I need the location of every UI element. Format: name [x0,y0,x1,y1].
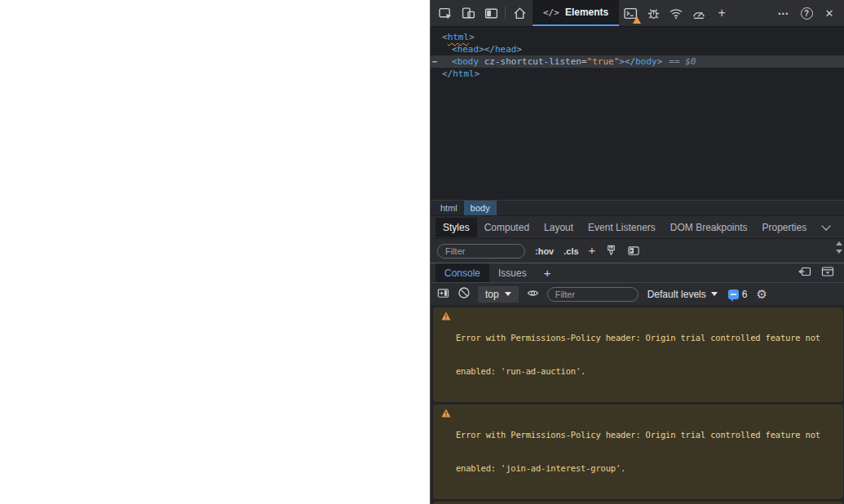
dom-node-html-open[interactable]: <html> [431,31,844,43]
bracket: </ [484,44,495,55]
breadcrumb-html[interactable]: html [434,201,464,215]
selected-node-hint: == $0 [662,56,696,67]
tag-html-close: html [453,69,475,79]
levels-label: Default levels [647,289,706,300]
element-classes-toggle[interactable]: .cls [563,246,578,256]
bug-icon[interactable] [642,0,665,26]
warning-line1: Error with Permissions-Policy header: Or… [456,430,820,441]
console-messages-area: Error with Permissions-Policy header: Or… [431,305,844,504]
more-options-icon[interactable]: ⋯ [772,0,795,26]
console-tool-icon[interactable] [619,0,642,26]
close-devtools-icon[interactable]: ✕ [818,0,841,26]
brush-icon[interactable] [605,245,617,257]
browser-page-content [0,0,430,504]
tab-elements[interactable]: </> Elements [532,0,619,26]
scroll-up-icon[interactable] [836,241,842,245]
tag-head-close: head [495,44,517,55]
bracket: > [517,44,523,55]
elements-tab-label: Elements [565,7,608,18]
console-filter-input[interactable] [547,287,639,302]
caret-down-icon [711,292,718,296]
dom-node-body-selected[interactable]: ⋯<body cz-shortcut-listen="true"></body>… [431,55,844,68]
devtools-toolbar: </> Elements [431,0,844,27]
elements-tree: <html> <head></head> ⋯<body cz-shortcut-… [431,27,844,200]
issues-message-count[interactable]: 6 [728,289,748,300]
bracket: </ [442,69,453,79]
devtools-panel: </> Elements [430,0,844,504]
device-emulation-icon[interactable] [457,0,479,26]
console-sidebar-toggle-icon[interactable] [436,287,450,302]
drawer-tab-bar: Console Issues + [431,263,844,282]
tab-dom-breakpoints[interactable]: DOM Breakpoints [663,218,755,237]
dom-node-head[interactable]: <head></head> [431,43,844,55]
console-warning-row[interactable]: Error with Permissions-Policy header: Or… [433,307,843,402]
live-expression-eye-icon[interactable] [526,287,540,302]
styles-scrollbar[interactable] [835,241,843,254]
tab-properties[interactable]: Properties [755,218,815,237]
bracket: < [452,56,457,67]
log-levels-dropdown[interactable]: Default levels [647,289,718,300]
tag-body-close: body [635,56,657,67]
dock-drawer-icon[interactable] [798,266,811,280]
message-bubble-icon [728,290,739,299]
code-icon: </> [543,7,559,18]
tab-issues[interactable]: Issues [489,263,536,282]
pseudo-state-toggle[interactable]: :hov [535,246,554,256]
attr-equals: = [581,56,587,67]
plus-icon: + [718,6,726,20]
bracket: > [469,32,475,42]
help-icon[interactable]: ? [795,0,818,26]
bracket: > [619,56,625,67]
dom-node-html-close[interactable]: </html> [431,68,844,80]
context-label: top [485,289,499,300]
bracket: > [479,44,484,55]
question-icon: ? [801,7,813,20]
network-wifi-icon[interactable] [665,0,687,26]
warning-triangle-icon [441,312,451,321]
panel-layout-icon[interactable] [479,0,502,26]
warning-line1: Error with Permissions-Policy header: Or… [456,333,820,344]
node-menu-icon[interactable]: ⋯ [432,55,436,68]
inspect-element-icon[interactable] [434,0,457,26]
tag-html: html [448,32,470,42]
warning-line2: enabled: 'run-ad-auction'. [456,366,820,378]
scroll-down-icon[interactable] [836,250,842,254]
count-value: 6 [742,289,748,300]
styles-filter-bar: :hov .cls + [431,238,844,263]
performance-gauge-icon[interactable] [687,0,710,26]
tag-head: head [457,44,479,55]
bracket: < [442,32,448,42]
chevron-down-icon[interactable] [821,221,830,230]
add-drawer-tab-button[interactable]: + [536,263,559,282]
tag-body: body [457,56,479,67]
tab-computed[interactable]: Computed [477,218,537,237]
warning-text: Error with Permissions-Policy header: Or… [456,311,820,399]
console-toolbar: top Default levels 6 ⚙ [431,282,844,305]
warning-triangle-icon [441,409,451,418]
warning-text: Error with Permissions-Policy header: Or… [456,408,820,496]
warning-line2: enabled: 'join-ad-interest-group'. [456,463,820,475]
computed-sidebar-toggle-icon[interactable] [627,245,640,257]
styles-sidebar-tabs: Styles Computed Layout Event Listeners D… [431,215,844,238]
caret-down-icon [505,292,511,296]
toolbar-separator [505,7,506,20]
tab-layout[interactable]: Layout [537,218,581,237]
console-warning-row[interactable]: Error with Permissions-Policy header: Or… [433,405,843,499]
breadcrumb-body[interactable]: body [464,201,497,215]
clear-console-icon[interactable] [457,286,471,302]
attr-name: cz-shortcut-listen [484,56,581,67]
home-icon[interactable] [508,0,531,26]
javascript-context-dropdown[interactable]: top [478,286,519,303]
add-tools-icon[interactable]: + [710,0,733,26]
warning-badge-icon [633,16,641,24]
tab-event-listeners[interactable]: Event Listeners [581,218,663,237]
tab-console[interactable]: Console [435,263,489,282]
bracket: > [475,69,480,79]
expand-quick-view-icon[interactable] [821,266,834,280]
toolbar-spacer [733,0,772,26]
new-style-rule-button[interactable]: + [589,243,596,257]
styles-filter-input[interactable] [437,244,525,259]
tab-styles[interactable]: Styles [435,218,477,237]
dom-breadcrumb: html body [431,200,844,215]
console-settings-gear-icon[interactable]: ⚙ [756,287,767,302]
